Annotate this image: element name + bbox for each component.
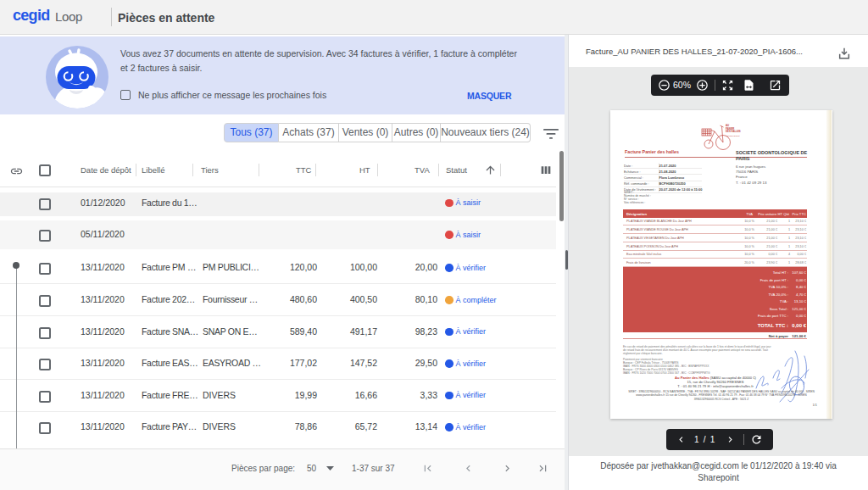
svg-text:1 / 1: 1 / 1	[694, 435, 715, 444]
svg-text:fraîcheur d'écrit: fraîcheur d'écrit	[726, 135, 740, 137]
svg-text:DES HALLES: DES HALLES	[726, 130, 741, 133]
svg-text:60%: 60%	[673, 80, 691, 90]
